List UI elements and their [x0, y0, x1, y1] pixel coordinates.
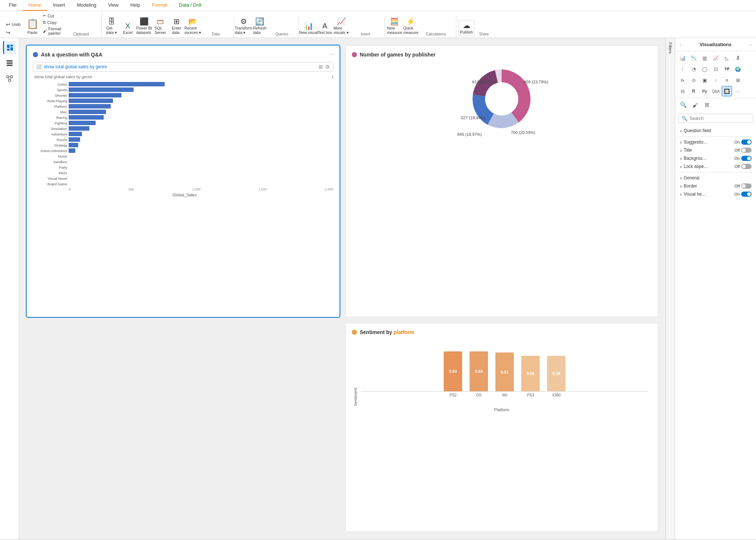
viz-icon-table[interactable]: ⊞	[733, 75, 743, 85]
field-question[interactable]: ∨ Question field	[678, 127, 753, 135]
field-suggestion[interactable]: ∨ Suggestio... On	[678, 138, 753, 146]
filters-label[interactable]: Filters	[667, 39, 674, 56]
viz-panel-back[interactable]: ‹	[680, 42, 681, 47]
search-input[interactable]	[690, 116, 750, 121]
viz-icon-kpi[interactable]: ↑	[711, 75, 721, 85]
excel-button[interactable]: X Excel	[120, 21, 135, 36]
format-painter-button[interactable]: 🖌 Format painter	[41, 26, 63, 36]
tab-home[interactable]: Home	[23, 0, 47, 11]
viz-icon-ribbon[interactable]: 🎗	[733, 53, 743, 63]
search-box[interactable]: 🔍	[678, 114, 753, 123]
viz-icon-bar[interactable]: 📊	[677, 53, 688, 63]
title-toggle[interactable]: Off	[735, 148, 752, 153]
field-background[interactable]: ∨ Backgrou... On	[678, 154, 753, 162]
field-title[interactable]: ∨ Title Off	[678, 146, 753, 154]
viz-icon-slicer[interactable]: ≡	[722, 75, 732, 85]
suggestion-toggle[interactable]: On	[734, 140, 752, 145]
tab-insert[interactable]: Insert	[47, 0, 71, 11]
tab-modeling[interactable]: Modeling	[71, 0, 102, 11]
power-bi-datasets-button[interactable]: ⬛ Power BIdatasets	[137, 16, 151, 36]
border-toggle[interactable]: Off	[735, 183, 752, 189]
viz-icon-donut[interactable]: ◯	[700, 64, 710, 74]
viz-icon-scatter[interactable]: ⁝	[677, 64, 688, 74]
qa-link-icon: ⊞	[319, 64, 323, 70]
copy-button[interactable]: ⧉ Copy	[41, 19, 63, 25]
tab-help[interactable]: Help	[124, 0, 146, 11]
title-toggle-switch[interactable]	[741, 148, 752, 153]
qa-input-area[interactable]: ⬜ ⊞ ⚙	[33, 62, 333, 72]
get-data-button[interactable]: 🗄 Getdata ▾	[104, 16, 119, 36]
viz-format-icon[interactable]: 🖌	[690, 100, 700, 110]
field-border[interactable]: ∨ Border Off	[678, 182, 753, 190]
qa-settings-icon[interactable]: ⚙	[325, 64, 330, 70]
redo-button[interactable]: ↪	[4, 29, 22, 36]
visual-header-toggle[interactable]: On	[734, 192, 752, 197]
divider-1	[678, 136, 753, 137]
more-visuals-button[interactable]: 📈 Morevisuals ▾	[334, 16, 348, 36]
recent-sources-button[interactable]: 📂 Recentsources ▾	[185, 16, 200, 36]
viz-icon-more[interactable]: ···	[733, 86, 743, 96]
background-toggle[interactable]: On	[734, 156, 752, 161]
field-general[interactable]: ∨ General	[678, 174, 753, 182]
tab-data-drill[interactable]: Data / Drill	[173, 0, 207, 11]
visual-header-toggle-switch[interactable]	[741, 192, 752, 197]
viz-fields-icon[interactable]: 🔍	[678, 100, 688, 110]
viz-icon-r[interactable]: R	[688, 86, 699, 96]
refresh-button[interactable]: 🔄 Refreshdata	[252, 16, 267, 36]
bar-row: Puzzle	[36, 137, 333, 142]
tab-view[interactable]: View	[102, 0, 124, 11]
svg-rect-6	[7, 65, 13, 66]
sql-server-button[interactable]: 🗃 SQLServer	[153, 16, 168, 36]
viz-panel-forward[interactable]: ›	[750, 42, 752, 47]
publish-button[interactable]: ☁ Publish	[458, 20, 474, 36]
share-group: ☁ Publish Share	[457, 20, 496, 38]
transform-data-button[interactable]: ⚙ Transformdata ▾	[236, 16, 251, 36]
sidebar-model-icon[interactable]	[3, 72, 16, 85]
viz-icon-area[interactable]: ◺	[722, 53, 732, 63]
chevron-title: ∨	[680, 148, 682, 152]
viz-icon-line[interactable]: 📈	[711, 53, 721, 63]
publish-icon: ☁	[463, 22, 470, 29]
viz-icon-column[interactable]: 📉	[688, 53, 699, 63]
undo-button[interactable]: ↩ Undo	[4, 21, 22, 28]
lock-toggle-switch[interactable]	[741, 164, 752, 169]
border-toggle-switch[interactable]	[741, 183, 752, 189]
tab-format[interactable]: Format	[146, 0, 173, 11]
qa-search-input[interactable]	[44, 64, 316, 69]
viz-icon-active[interactable]: 🔲	[722, 86, 732, 96]
viz-icon-map[interactable]: 🗺	[722, 64, 732, 74]
calculations-label: Calculations	[420, 31, 452, 36]
viz-icon-qa[interactable]: Q&A	[711, 86, 721, 96]
sentiment-bars-area: 0.630.630.610.560.56 PS2DSWiiPS3X360	[358, 340, 652, 406]
lock-toggle[interactable]: Off	[735, 164, 752, 169]
viz-analytics-icon[interactable]: ⊞	[702, 100, 712, 110]
viz-icon-stacked-bar[interactable]: ▥	[700, 53, 710, 63]
sidebar-data-icon[interactable]	[3, 56, 16, 70]
new-visual-button[interactable]: 📊 New visual	[301, 21, 316, 36]
viz-icon-funnel[interactable]: ⊳	[677, 75, 688, 85]
svg-line-12	[10, 78, 11, 80]
cut-button[interactable]: ✂ Cut	[41, 13, 63, 19]
viz-icon-treemap[interactable]: ⊡	[711, 64, 721, 74]
field-lock-aspect[interactable]: ∨ Lock aspe... Off	[678, 162, 753, 171]
suggestion-toggle-switch[interactable]	[741, 140, 752, 145]
qa-card-more[interactable]: ···	[329, 50, 334, 58]
viz-icon-pie[interactable]: ◔	[688, 64, 699, 74]
viz-icon-filled-map[interactable]: 🌍	[733, 64, 743, 74]
enter-data-button[interactable]: ⊞ Enterdata	[169, 16, 184, 36]
viz-icon-matrix[interactable]: ⊟	[677, 86, 688, 96]
field-visual-header[interactable]: ∨ Visual he... On	[678, 190, 753, 198]
sentiment-card[interactable]: Sentiment by platform Sentiment 0.630.63…	[346, 323, 659, 532]
background-toggle-switch[interactable]	[741, 156, 752, 161]
new-measure-button[interactable]: 🧮 Newmeasure	[387, 16, 402, 36]
paste-button[interactable]: 📋 Paste	[25, 17, 40, 36]
tab-file[interactable]: File	[3, 0, 23, 11]
publisher-card[interactable]: Number of games by publisher	[346, 45, 659, 317]
sidebar-report-icon[interactable]	[3, 41, 16, 54]
viz-icon-gauge[interactable]: ⊙	[688, 75, 699, 85]
qa-card[interactable]: Ask a question with Q&A ··· ⬜ ⊞ ⚙ show t…	[27, 45, 340, 317]
text-box-button[interactable]: A Text box	[317, 21, 332, 36]
viz-icon-py[interactable]: Py	[700, 86, 710, 96]
viz-icon-card[interactable]: ▣	[700, 75, 710, 85]
quick-measure-button[interactable]: ⚡ Quickmeasure	[403, 16, 418, 36]
